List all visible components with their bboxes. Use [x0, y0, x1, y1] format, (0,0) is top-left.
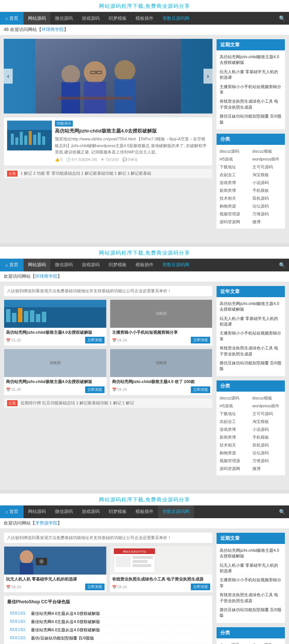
welcome-link-1[interactable]: 环球商学院	[41, 27, 64, 32]
cat-2-10b: 微博	[252, 465, 282, 472]
nav-bar-3: ⌂ 首页 网站源码 微信源码 游戏源码 织梦模板 模板插件 资数豆源码网 🔍	[0, 505, 289, 518]
site-title-1: 网站源码程序下载,免费商业源码分享	[99, 3, 190, 9]
grid-date-2-1: 📅 01-26	[6, 338, 21, 342]
notice-text-3-3: 最佳站壳网4.0主题从这4.0授权破解版	[31, 627, 100, 633]
post-info-1: 功能演示 高仿站壳网jizhi-chlid极致主题4.0去授权破解版 预览地址h…	[55, 121, 209, 162]
sidebar-cat-grid-3: discuz源码 discuz模板 H5游戏 黄页平台 下载地址 美工平台 农副…	[217, 638, 285, 644]
nav-home-3[interactable]: ⌂ 首页	[0, 505, 24, 518]
svg-rect-18	[33, 135, 36, 145]
nav-item-template-2[interactable]: 织梦模板	[104, 259, 131, 271]
post-title-link-1[interactable]: 高仿站壳网jizhi-chlid极致主题4.0去授权破解版	[55, 128, 157, 134]
sidebar-2: 近年文章 高仿站壳网jizhi-chlid极致主题4.0去授权破解版 玩无人机小…	[216, 286, 285, 479]
sidebar-recent-item-2-2: 玩无人机小窗 零基础学无人机的初选课	[220, 314, 282, 329]
sidebar-recent-item-4: 有线营业执照生成绿色小工具 电子营业执照生成器	[220, 97, 282, 112]
grid-thumb-2-1	[4, 300, 106, 328]
home-icon: ⌂	[5, 16, 8, 21]
nav-bar-2: ⌂ 首页 网站源码 微信源码 游戏源码 织梦模板 模板插件 资数豆源码网 🔍	[0, 259, 289, 271]
carousel-prev-btn-1[interactable]: ‹	[4, 69, 13, 84]
ticker-bar-1: 公告 1 解记 2 功能 零 零功能基础总结 1 解记新基础功能 1 解记 1 …	[4, 169, 212, 178]
home-icon-2: ⌂	[5, 262, 8, 268]
nav-item-game-1[interactable]: 游戏源码	[77, 12, 104, 25]
nav-item-website-code-3[interactable]: 网站源码	[24, 505, 50, 518]
nav-item-plugin-1[interactable]: 模板插件	[131, 12, 158, 25]
cat-item-1a: discuz源码	[220, 148, 249, 155]
cat-item-10a: 源码管源网	[220, 218, 249, 225]
sidebar-recent-item-3-4: 有线营业执照生成绿色小工具 电子营业执照生成器	[220, 591, 282, 606]
svg-rect-15	[20, 132, 23, 145]
sidebar-recent-item-3-5: 搜仿豆妹仿站功能划型颠覆 百/0股版	[220, 606, 282, 620]
grid-info-3-1: 玩无人机人机 零基础学无人机的初选课 📅 04-24 立即浏览	[4, 575, 106, 592]
post-meta-1: 👍 0 🕐 6个月前(04-24) 👁 7次访问 💬 0评论	[55, 157, 209, 162]
nav-item-template-3[interactable]: 织梦模板	[104, 505, 131, 518]
nav-item-resource-2[interactable]: 资数豆源码网	[158, 259, 194, 271]
nav-item-resource-1[interactable]: 资数豆源码网	[158, 12, 194, 25]
grid-item-2-1: 高仿站壳网jizhi-chlid极致主题4.0去授权破解版 📅 01-26 立即…	[4, 299, 107, 346]
grid-readmore-3-2[interactable]: 立即浏览	[191, 584, 210, 590]
nav-search-3[interactable]: 🔍	[279, 509, 289, 515]
site-header-3: 网站源码程序下载,免费商业源码分享	[0, 494, 289, 505]
svg-rect-26	[24, 311, 28, 322]
sidebar-cat-grid-2: discuz源码 discuz模板 H5游戏 wordpress插件 下载地址 …	[217, 392, 285, 475]
svg-rect-10	[58, 97, 133, 100]
svg-rect-36	[4, 547, 106, 575]
welcome-link-2[interactable]: 环球商学院	[35, 274, 58, 279]
grid-readmore-2-4[interactable]: 立即浏览	[191, 386, 210, 393]
sidebar-cat-section-2: 分类 discuz源码 discuz模板 H5游戏 wordpress插件 下载…	[216, 380, 285, 476]
cat-3-1a: discuz源码	[220, 641, 249, 644]
nav-home-2[interactable]: ⌂ 首页	[0, 259, 24, 271]
sidebar-recent-item-2-1: 高仿站壳网jizhi-chlid极致主题4.0去授权破解版	[220, 299, 282, 314]
nav-item-website-code-2[interactable]: 网站源码	[24, 259, 50, 271]
nav-item-wechat-1[interactable]: 微信源码	[50, 12, 77, 25]
nav-item-wechat-3[interactable]: 微信源码	[50, 505, 77, 518]
cat-2-2a: H5游戏	[220, 402, 249, 410]
grid-readmore-2-1[interactable]: 立即浏览	[85, 337, 105, 343]
grid-date-2-3: 📅 01-26	[6, 388, 21, 392]
svg-rect-25	[18, 308, 22, 322]
divider-2	[0, 490, 289, 494]
cat-item-8b: 论坛源码	[252, 203, 282, 210]
cat-2-7b: 双机源码	[252, 442, 282, 449]
ticker-bar-2: 公告 近期排行榜 红豆功能基础总结 1 解记新基础功能 1 解记 1 解记	[4, 398, 212, 408]
nav-item-template-1[interactable]: 织梦模板	[104, 12, 131, 25]
carousel-next-btn-1[interactable]: ›	[203, 69, 212, 84]
site-title-2: 网站源码程序下载,免费商业源码分享	[99, 250, 190, 256]
welcome-link-3[interactable]: 牙势源学院	[35, 520, 58, 526]
welcome-bar-2: 欢迎访问网站【环球商学院】	[0, 271, 289, 282]
cat-item-9b: 万维源码	[252, 211, 282, 218]
grid-readmore-2-3[interactable]: 立即浏览	[85, 386, 105, 393]
notice-text-3-4: 最仿/豆妹站功能划型颠覆 百/0股版	[31, 635, 94, 641]
nav-item-resource-3[interactable]: 资数豆源码网	[158, 505, 194, 518]
nav-item-plugin-2[interactable]: 模板插件	[131, 259, 158, 271]
svg-text:网络文化营业许可证: 网络文化营业许可证	[122, 550, 146, 553]
svg-rect-1	[35, 39, 181, 113]
site-block-1: 网站源码程序下载,免费商业源码分享 ⌂ 首页 网站源码 微信源码 游戏源码 织梦…	[0, 0, 289, 236]
grid-meta-2-3: 📅 01-26 立即浏览	[6, 386, 105, 393]
nav-search-2[interactable]: 🔍	[279, 262, 289, 268]
main-content-2: 八比较到绑连到看发现方法免费基础功能地址并支持基础的功能让公司企业还需要买单价！	[4, 286, 212, 479]
grid-item-2-3: 缩略图 商仿站壳网jizhi-chlid极致主题4.0去授权破解版 📅 01-2…	[4, 349, 107, 395]
nav-home-1[interactable]: ⌂ 首页	[0, 12, 24, 25]
cat-2-10a: 源码管源网	[220, 465, 249, 472]
cat-2-1a: discuz源码	[220, 395, 249, 402]
grid-readmore-2-2[interactable]: 立即浏览	[191, 337, 210, 343]
nav-search-1[interactable]: 🔍	[279, 15, 289, 21]
nav-item-wechat-2[interactable]: 微信源码	[50, 259, 77, 271]
grid-date-3-1: 📅 04-24	[6, 585, 21, 589]
grid-readmore-3-1[interactable]: 立即浏览	[85, 584, 105, 590]
grid-date-3-2: 📅 04-24	[112, 585, 127, 589]
nav-item-plugin-3[interactable]: 模板插件	[131, 505, 158, 518]
cat-item-4a: 农副业工	[220, 171, 249, 178]
nav-item-game-2[interactable]: 游戏源码	[77, 259, 104, 271]
sidebar-recent-item-3-1: 高仿站壳网jizhi-chlid极致主题4.0去授权破解版	[220, 546, 282, 561]
cat-2-9a: 视频管理源	[220, 457, 249, 464]
nav-item-game-3[interactable]: 游戏源码	[77, 505, 104, 518]
sidebar-recent-item-2: 玩无人机小窗 零基础学无人机的初选课	[220, 68, 282, 83]
nav-item-website-code-1[interactable]: 网站源码	[24, 12, 50, 25]
cat-item-2a: H5游戏	[220, 156, 249, 163]
grid-title-2-2: 主播剪辑小小手机站短视频剪辑分享	[112, 330, 211, 335]
site-block-3: 网站源码程序下载,免费商业源码分享 ⌂ 首页 网站源码 微信源码 游戏源码 织梦…	[0, 494, 289, 644]
svg-text:缩略图: 缩略图	[155, 311, 167, 315]
notice-date-3-3: 03月13日	[10, 627, 29, 632]
grid-title-2-1: 高仿站壳网jizhi-chlid极致主题4.0去授权破解版	[6, 330, 105, 335]
cat-2-3a: 下载地址	[220, 410, 249, 417]
